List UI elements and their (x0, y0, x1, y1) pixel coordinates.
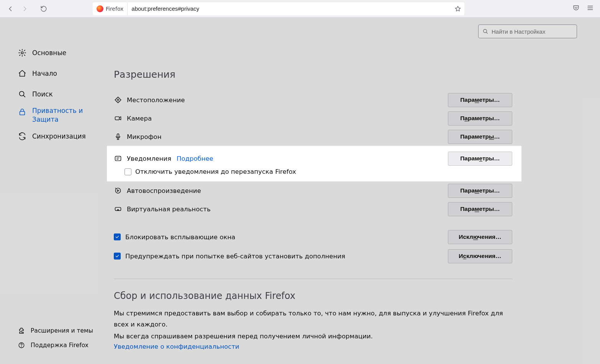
svg-point-6 (116, 98, 120, 102)
back-button[interactable] (4, 2, 18, 16)
pause-notifications-row[interactable]: Отключить уведомления до перезапуска Fir… (114, 168, 512, 175)
permission-autoplay: Автовоспроизведение Параметры… (114, 181, 512, 200)
permission-location: Местоположение Параметры… (114, 91, 512, 109)
addon-exceptions-button[interactable]: Исключения… (448, 249, 512, 263)
url-input[interactable] (128, 5, 451, 12)
menu-button[interactable] (587, 4, 594, 13)
pause-notifications-checkbox[interactable] (125, 168, 131, 175)
lock-icon (18, 107, 27, 116)
sidebar-item-home[interactable]: Начало (18, 65, 105, 82)
sidebar-item-label: Синхронизация (32, 132, 86, 140)
vr-settings-button[interactable]: Параметры… (448, 202, 512, 216)
sidebar-item-label: Основные (32, 49, 66, 57)
permission-label: Микрофон (127, 133, 161, 140)
data-collection-body: Мы всегда спрашиваем разрешения перед по… (114, 331, 512, 342)
forward-button[interactable] (18, 2, 31, 16)
warn-addon-install-row: Предупреждать при попытке веб-сайтов уст… (114, 246, 512, 266)
data-collection-heading: Сбор и использование данных Firefox (114, 291, 512, 301)
permissions-heading: Разрешения (114, 69, 512, 80)
privacy-notice-link[interactable]: Уведомление о конфиденциальности (114, 343, 239, 350)
check-icon (115, 235, 120, 239)
search-icon (18, 90, 27, 99)
svg-point-7 (117, 99, 118, 100)
block-popups-row: Блокировать всплывающие окна Исключения… (114, 227, 512, 246)
pause-notifications-label: Отключить уведомления до перезапуска Fir… (135, 168, 296, 175)
sidebar-item-label: Поиск (32, 90, 53, 98)
svg-rect-9 (117, 134, 119, 137)
sidebar-item-label: Поддержка Firefox (31, 342, 89, 349)
warn-addon-checkbox[interactable] (114, 253, 121, 260)
autoplay-settings-button[interactable]: Параметры… (448, 184, 512, 198)
permission-notifications-panel: Уведомления Подробнее Параметры… Отключи… (107, 146, 521, 181)
pocket-button[interactable] (572, 4, 580, 13)
location-icon (114, 96, 122, 104)
svg-point-0 (21, 52, 23, 54)
identity-label: Firefox (106, 6, 123, 12)
star-icon (454, 5, 461, 12)
preferences-main: Разрешения Местоположение Параметры… Кам… (109, 18, 600, 364)
camera-settings-button[interactable]: Параметры… (448, 111, 512, 126)
reload-button[interactable] (37, 2, 51, 16)
autoplay-icon (114, 186, 122, 195)
sidebar-item-privacy[interactable]: Приватность и Защита (18, 106, 105, 124)
reload-icon (40, 5, 47, 12)
sidebar-item-search[interactable]: Поиск (18, 86, 105, 103)
permission-label: Уведомления (127, 155, 171, 162)
arrow-left-icon (7, 5, 14, 12)
sidebar-item-support[interactable]: Поддержка Firefox (18, 339, 105, 352)
url-bar[interactable]: Firefox (93, 2, 464, 15)
permission-notifications: Уведомления Подробнее Параметры… (114, 150, 512, 166)
firefox-icon (97, 5, 103, 12)
permission-microphone: Микрофон Параметры… (114, 127, 512, 146)
popup-exceptions-button[interactable]: Исключения… (448, 230, 512, 244)
preferences-sidebar: Основные Начало Поиск Приватность и Защи… (0, 18, 109, 364)
toolbar-right (572, 4, 596, 13)
sidebar-item-label: Расширения и темы (31, 327, 93, 334)
warn-addon-label: Предупреждать при попытке веб-сайтов уст… (125, 253, 345, 260)
search-icon (482, 28, 489, 34)
microphone-settings-button[interactable]: Параметры… (448, 130, 512, 144)
help-icon (18, 341, 25, 349)
preferences-search-input[interactable] (492, 28, 573, 35)
sidebar-item-general[interactable]: Основные (18, 44, 105, 61)
notifications-settings-button[interactable]: Параметры… (448, 152, 512, 166)
preferences-page: Основные Начало Поиск Приватность и Защи… (0, 18, 600, 364)
home-icon (18, 69, 27, 78)
svg-rect-2 (20, 111, 25, 115)
svg-point-4 (21, 346, 22, 347)
check-icon (115, 254, 120, 258)
arrow-right-icon (21, 5, 28, 12)
sidebar-item-label: Начало (32, 70, 57, 77)
location-settings-button[interactable]: Параметры… (448, 93, 512, 107)
pocket-icon (572, 4, 580, 11)
microphone-icon (114, 132, 122, 141)
notifications-learn-more-link[interactable]: Подробнее (177, 155, 213, 162)
vr-icon (114, 205, 122, 213)
preferences-search[interactable] (478, 24, 577, 38)
sidebar-item-label: Приватность и Защита (32, 106, 93, 124)
svg-rect-8 (115, 117, 120, 120)
section-separator (114, 279, 512, 279)
permission-camera: Камера Параметры… (114, 109, 512, 127)
sidebar-item-addons[interactable]: Расширения и темы (18, 324, 105, 337)
permission-label: Камера (127, 115, 152, 122)
permission-label: Местоположение (127, 96, 185, 104)
notification-icon (114, 154, 122, 163)
bookmark-button[interactable] (451, 5, 464, 12)
url-identity[interactable]: Firefox (93, 2, 128, 15)
puzzle-icon (18, 327, 25, 335)
browser-chrome: Firefox (0, 0, 600, 18)
sync-icon (18, 132, 27, 141)
permission-label: Автовоспроизведение (127, 187, 201, 194)
sidebar-item-sync[interactable]: Синхронизация (18, 128, 105, 145)
camera-icon (114, 114, 122, 122)
permission-vr: Виртуальная реальность Параметры… (114, 200, 512, 218)
permission-label: Виртуальная реальность (127, 206, 211, 213)
hamburger-icon (587, 4, 594, 11)
block-popups-checkbox[interactable] (114, 233, 121, 240)
gear-icon (18, 48, 27, 57)
svg-rect-10 (115, 156, 121, 161)
block-popups-label: Блокировать всплывающие окна (125, 233, 235, 241)
data-collection-body: Мы стремимся предоставить вам выбор и со… (114, 308, 512, 330)
